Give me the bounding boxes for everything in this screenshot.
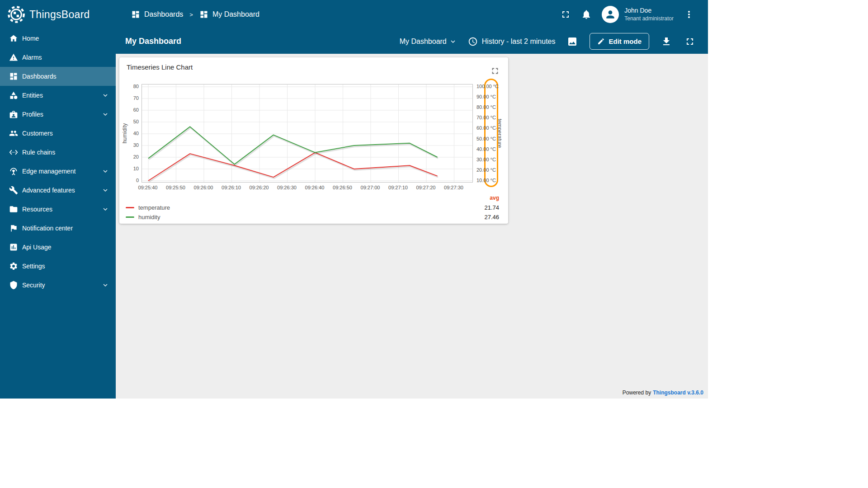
user-menu[interactable]: John Doe Tenant administrator	[602, 6, 674, 23]
sidebar-item-label: Dashboards	[22, 73, 57, 80]
dashboard-toolbar-actions: My Dashboard History - last 2 minutes Ed…	[400, 33, 699, 51]
time-axis-tick-label: 09:26:40	[302, 185, 327, 191]
time-axis-tick-label: 09:26:10	[219, 185, 244, 191]
time-axis-tick-label: 09:27:10	[386, 185, 411, 191]
timeseries-plot[interactable]	[142, 84, 473, 183]
time-axis-tick-label: 09:26:00	[191, 185, 216, 191]
legend-item-humidity[interactable]: humidity	[126, 212, 170, 222]
avatar-person-icon	[602, 6, 619, 23]
chevron-down-icon	[449, 38, 457, 46]
sidebar-item-dashboards[interactable]: Dashboards	[0, 67, 116, 86]
main-pane: Dashboards>My Dashboard John Doe Tenant …	[116, 0, 708, 399]
sidebar-item-label: Edge management	[22, 168, 75, 175]
time-axis-tick-label: 09:26:20	[246, 185, 272, 191]
time-axis-tick-label: 09:26:30	[274, 185, 300, 191]
sidebar-item-home[interactable]: Home	[0, 29, 116, 48]
temperature-axis-tick-label: 100.00 °C	[476, 84, 499, 89]
sidebar-item-notification-center[interactable]: Notification center	[0, 219, 116, 238]
powered-by-text: Powered by	[623, 389, 651, 396]
dashboard-image-button[interactable]	[563, 33, 581, 51]
profiles-icon	[9, 110, 18, 119]
breadcrumb-separator: >	[189, 11, 193, 18]
legend-series-name: temperature	[138, 204, 170, 211]
chevron-down-icon	[101, 110, 109, 118]
rule-chains-icon	[9, 148, 18, 157]
page-title: My Dashboard	[125, 37, 181, 46]
timewindow-button[interactable]: History - last 2 minutes	[468, 37, 556, 47]
legend-avg-column: avg21.7427.46	[484, 193, 499, 222]
legend-avg-value-humidity: 27.46	[484, 212, 499, 222]
entities-icon	[9, 91, 18, 100]
humidity-axis-tick-label: 10	[125, 166, 139, 172]
sidebar-item-label: Customers	[22, 130, 53, 137]
chevron-down-icon	[101, 167, 109, 175]
sidebar-item-profiles[interactable]: Profiles	[0, 105, 116, 124]
chevron-down-icon	[101, 186, 109, 194]
notifications-button[interactable]	[577, 5, 595, 23]
version-link[interactable]: Thingsboard v.3.6.0	[653, 389, 703, 396]
sidebar-item-customers[interactable]: Customers	[0, 124, 116, 143]
sidebar-item-entities[interactable]: Entities	[0, 86, 116, 105]
sidebar-item-settings[interactable]: Settings	[0, 257, 116, 276]
temperature-axis-tick-label: 70.00 °C	[476, 115, 496, 121]
time-axis-tick-label: 09:26:50	[330, 185, 355, 191]
sidebar-item-security[interactable]: Security	[0, 276, 116, 295]
sidebar-item-label: Notification center	[22, 225, 73, 232]
timewindow-label: History - last 2 minutes	[482, 38, 556, 46]
wrench-icon	[9, 186, 18, 195]
legend-color-line	[126, 216, 134, 218]
top-header: Dashboards>My Dashboard John Doe Tenant …	[116, 0, 708, 29]
sidebar-item-resources[interactable]: Resources	[0, 200, 116, 219]
time-axis-tick-label: 09:27:00	[358, 185, 383, 191]
temperature-axis-tick-label: 50.00 °C	[476, 136, 496, 142]
sidebar-item-label: Api Usage	[22, 244, 52, 251]
edit-mode-button[interactable]: Edit mode	[590, 33, 649, 50]
humidity-axis-tick-label: 60	[125, 107, 139, 113]
sidebar-item-label: Alarms	[22, 54, 42, 61]
app-logo[interactable]: ThingsBoard	[0, 0, 116, 29]
sidebar-item-label: Advanced features	[22, 187, 75, 194]
warning-icon	[9, 53, 18, 62]
sidebar-item-label: Profiles	[22, 111, 43, 118]
temperature-axis-label: temperature	[496, 119, 503, 148]
folder-icon	[9, 205, 18, 214]
gear-icon	[9, 262, 18, 271]
temperature-axis-tick-label: 30.00 °C	[476, 157, 496, 163]
breadcrumb-item-dashboards[interactable]: Dashboards	[131, 10, 183, 19]
dashboard-select[interactable]: My Dashboard	[400, 38, 457, 46]
download-button[interactable]	[657, 33, 675, 51]
dashboard-select-value: My Dashboard	[400, 38, 447, 46]
chevron-down-icon	[101, 281, 109, 289]
app-title: ThingsBoard	[29, 9, 90, 21]
user-info: John Doe Tenant administrator	[624, 6, 674, 22]
sidebar-item-api-usage[interactable]: Api Usage	[0, 238, 116, 257]
breadcrumb-item-my-dashboard[interactable]: My Dashboard	[199, 10, 259, 19]
legend-avg-header: avg	[484, 193, 499, 203]
legend-item-temperature[interactable]: temperature	[126, 203, 170, 212]
temperature-axis-tick-label: 90.00 °C	[476, 94, 496, 100]
more-menu-button[interactable]	[680, 5, 698, 23]
humidity-axis-tick-label: 70	[125, 95, 139, 101]
line-chart: humidity temperature 0102030405060708010…	[119, 57, 508, 224]
time-axis-tick-label: 09:27:20	[413, 185, 439, 191]
sidebar-item-alarms[interactable]: Alarms	[0, 48, 116, 67]
sidebar-item-label: Rule chains	[22, 149, 55, 156]
time-axis-tick-label: 09:25:40	[135, 185, 160, 191]
sidebar-item-edge-management[interactable]: Edge management	[0, 162, 116, 181]
clock-icon	[468, 37, 478, 47]
content-area: Timeseries Line Chart humidity temperatu…	[116, 54, 708, 399]
sidebar-item-rule-chains[interactable]: Rule chains	[0, 143, 116, 162]
chevron-down-icon	[101, 91, 109, 99]
temperature-axis-tick-label: 40.00 °C	[476, 146, 496, 152]
thingsboard-app: ThingsBoard HomeAlarmsDashboardsEntities…	[0, 0, 708, 399]
dashboard-fullscreen-button[interactable]	[681, 33, 699, 51]
temperature-axis-tick-label: 60.00 °C	[476, 125, 496, 131]
sidebar-item-advanced-features[interactable]: Advanced features	[0, 181, 116, 200]
dashboard-toolbar: My Dashboard My Dashboard History - last…	[116, 29, 708, 54]
pencil-icon	[597, 38, 605, 45]
fullscreen-button[interactable]	[557, 5, 575, 23]
humidity-axis-tick-label: 30	[125, 142, 139, 148]
temperature-axis-tick-label: 20.00 °C	[476, 167, 496, 173]
user-role: Tenant administrator	[624, 15, 674, 22]
dashboard-icon	[9, 72, 18, 81]
